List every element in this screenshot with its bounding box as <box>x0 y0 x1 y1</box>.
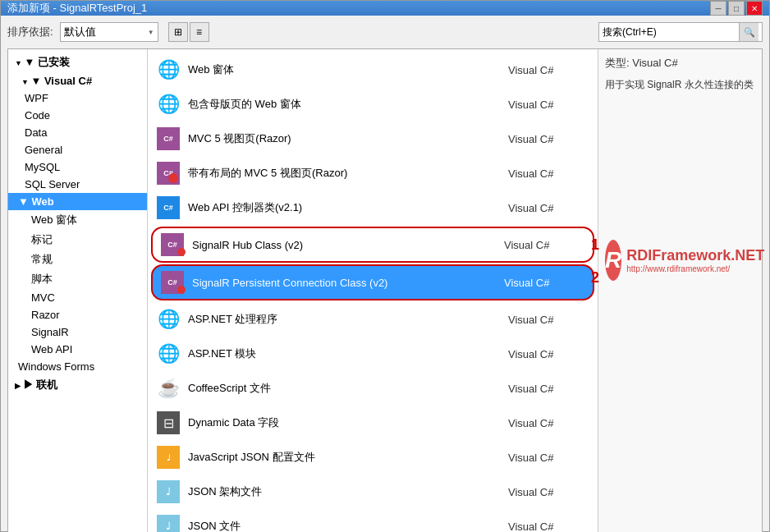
item-name: Dynamic Data 字段 <box>188 415 508 430</box>
list-item[interactable]: 🌐 ASP.NET 处理程序 Visual C# <box>148 302 598 337</box>
number-1-badge: 1 <box>591 236 599 254</box>
list-item-signalr-hub[interactable]: C# SignalR Hub Class (v2) Visual C# <box>151 227 594 263</box>
maximize-button[interactable]: □ <box>728 1 745 16</box>
item-name: CoffeeScript 文件 <box>188 381 508 396</box>
list-item[interactable]: C# MVC 5 视图页(Razor) Visual C# <box>148 122 598 156</box>
item-category: Visual C# <box>508 521 590 533</box>
sidebar-item-web-mvc[interactable]: MVC <box>8 289 147 306</box>
item-name: SignalR Hub Class (v2) <box>192 239 504 251</box>
sidebar-item-web-general[interactable]: 常规 <box>8 250 147 269</box>
type-description: 用于实现 SignalR 永久性连接的类 <box>605 77 755 92</box>
sidebar-item-mysql[interactable]: MySQL <box>8 158 147 176</box>
list-item-signalr-persistent[interactable]: C# SignalR Persistent Connection Class (… <box>151 264 594 300</box>
item-name: JavaScript JSON 配置文件 <box>188 450 508 465</box>
list-item[interactable]: ♩ JSON 文件 Visual C# <box>148 509 598 532</box>
globe-icon: 🌐 <box>155 306 181 332</box>
list-item[interactable]: C# 带有布局的 MVC 5 视图页(Razor) Visual C# <box>148 156 598 190</box>
toolbar-row: 排序依据: 默认值 ▼ ⊞ ≡ 🔍 <box>7 22 763 42</box>
sidebar-item-web-script[interactable]: 脚本 <box>8 269 147 289</box>
main-area: ▼ 已安装 ▼ Visual C# WPF Code Data General … <box>7 48 763 532</box>
csharp-signalr-icon: C# <box>159 232 186 258</box>
sort-value: 默认值 <box>64 25 96 39</box>
close-button[interactable]: ✕ <box>746 1 763 16</box>
sidebar-item-web-body[interactable]: Web 窗体 <box>8 210 147 230</box>
csharp-mvc2-icon: C# <box>155 160 181 186</box>
list-item[interactable]: ⊟ Dynamic Data 字段 Visual C# <box>148 406 598 440</box>
item-name: 带有布局的 MVC 5 视图页(Razor) <box>188 166 508 181</box>
list-area: 🌐 Web 窗体 Visual C# 🌐 包含母版页的 Web 窗体 Visua… <box>148 49 598 532</box>
item-name: SignalR Persistent Connection Class (v2) <box>192 277 504 289</box>
sort-label: 排序依据: <box>7 25 53 39</box>
json-config-icon: ♩ <box>155 444 181 470</box>
sidebar-item-visual-csharp[interactable]: ▼ Visual C# <box>8 72 147 89</box>
dialog: 添加新项 - SignalRTestProj_1 ─ □ ✕ 排序依据: 默认值… <box>0 0 770 532</box>
item-category: Visual C# <box>508 348 590 360</box>
sidebar-item-data[interactable]: Data <box>8 124 147 141</box>
item-name: Web 窗体 <box>188 62 508 77</box>
sidebar-item-installed[interactable]: ▼ 已安装 <box>8 53 147 72</box>
item-category: Visual C# <box>508 314 590 326</box>
list-view-button[interactable]: ≡ <box>190 22 209 42</box>
minimize-button[interactable]: ─ <box>710 1 726 16</box>
sidebar-item-web-webapi[interactable]: Web API <box>8 341 147 358</box>
sidebar-item-web[interactable]: ▼ Web <box>8 193 147 210</box>
globe-icon: 🌐 <box>155 57 181 83</box>
right-panel: 类型: Visual C# 用于实现 SignalR 永久性连接的类 R RDI… <box>598 49 762 532</box>
number-2-badge: 2 <box>591 269 599 287</box>
sidebar-item-winforms[interactable]: Windows Forms <box>8 358 147 375</box>
item-name: ASP.NET 处理程序 <box>188 312 508 327</box>
item-category: Visual C# <box>508 486 590 498</box>
sidebar-item-code[interactable]: Code <box>8 107 147 124</box>
dialog-title: 添加新项 - SignalRTestProj_1 <box>7 1 147 16</box>
list-item[interactable]: ♩ JSON 架构文件 Visual C# <box>148 475 598 509</box>
chevron-down-icon: ▼ <box>148 29 154 36</box>
item-category: Visual C# <box>508 99 590 111</box>
sidebar-item-wpf[interactable]: WPF <box>8 89 147 107</box>
list-scroll[interactable]: 🌐 Web 窗体 Visual C# 🌐 包含母版页的 Web 窗体 Visua… <box>148 49 598 532</box>
list-item[interactable]: 🌐 Web 窗体 Visual C# <box>148 53 598 87</box>
json-schema-icon: ♩ <box>155 479 181 505</box>
content-area: 排序依据: 默认值 ▼ ⊞ ≡ 🔍 ▼ 已安装 ▼ Visual C# WPF … <box>1 16 769 532</box>
watermark-name: RDIFramework.NET <box>626 247 764 264</box>
globe-icon: 🌐 <box>155 341 181 367</box>
search-box: 🔍 <box>598 22 763 42</box>
search-icon[interactable]: 🔍 <box>739 23 759 41</box>
item-category: Visual C# <box>508 452 590 464</box>
item-category: Visual C# <box>504 277 586 289</box>
csharp-signalr2-icon: C# <box>159 269 186 296</box>
list-item[interactable]: ♩ JavaScript JSON 配置文件 Visual C# <box>148 440 598 475</box>
item-category: Visual C# <box>508 64 590 76</box>
sidebar-item-general[interactable]: General <box>8 141 147 158</box>
sidebar-item-sqlserver[interactable]: SQL Server <box>8 176 147 193</box>
type-label: 类型: Visual C# <box>605 56 755 71</box>
list-item[interactable]: 🌐 包含母版页的 Web 窗体 Visual C# <box>148 87 598 122</box>
watermark-url: http://www.rdiframework.net/ <box>626 264 764 273</box>
title-bar-buttons: ─ □ ✕ <box>710 1 763 16</box>
list-item[interactable]: C# Web API 控制器类(v2.1) Visual C# <box>148 190 598 225</box>
list-item[interactable]: ☕ CoffeeScript 文件 Visual C# <box>148 371 598 406</box>
sidebar-item-web-mark[interactable]: 标记 <box>8 230 147 250</box>
item-category: Visual C# <box>508 383 590 395</box>
watermark: R RDIFramework.NET http://www.rdiframewo… <box>605 240 755 281</box>
sidebar-item-web-razor[interactable]: Razor <box>8 306 147 323</box>
dynamic-data-icon: ⊟ <box>155 410 181 436</box>
sort-dropdown[interactable]: 默认值 ▼ <box>60 22 158 42</box>
item-name: JSON 文件 <box>188 519 508 532</box>
item-category: Visual C# <box>508 167 590 180</box>
item-name: JSON 架构文件 <box>188 484 508 499</box>
csharp-api-icon: C# <box>155 195 181 221</box>
item-category: Visual C# <box>504 239 586 251</box>
item-name: MVC 5 视图页(Razor) <box>188 131 508 146</box>
coffeescript-icon: ☕ <box>155 375 181 401</box>
title-bar: 添加新项 - SignalRTestProj_1 ─ □ ✕ <box>1 1 769 16</box>
item-name: Web API 控制器类(v2.1) <box>188 200 508 215</box>
sidebar-item-lianjie[interactable]: ▶ 联机 <box>8 375 147 395</box>
grid-view-button[interactable]: ⊞ <box>168 22 188 42</box>
sidebar-item-web-signalr[interactable]: SignalR <box>8 323 147 341</box>
watermark-text: RDIFramework.NET http://www.rdiframework… <box>626 247 764 273</box>
item-name: 包含母版页的 Web 窗体 <box>188 97 508 112</box>
search-input[interactable] <box>599 26 739 38</box>
list-item[interactable]: 🌐 ASP.NET 模块 Visual C# <box>148 337 598 371</box>
item-category: Visual C# <box>508 133 590 145</box>
item-category: Visual C# <box>508 417 590 429</box>
